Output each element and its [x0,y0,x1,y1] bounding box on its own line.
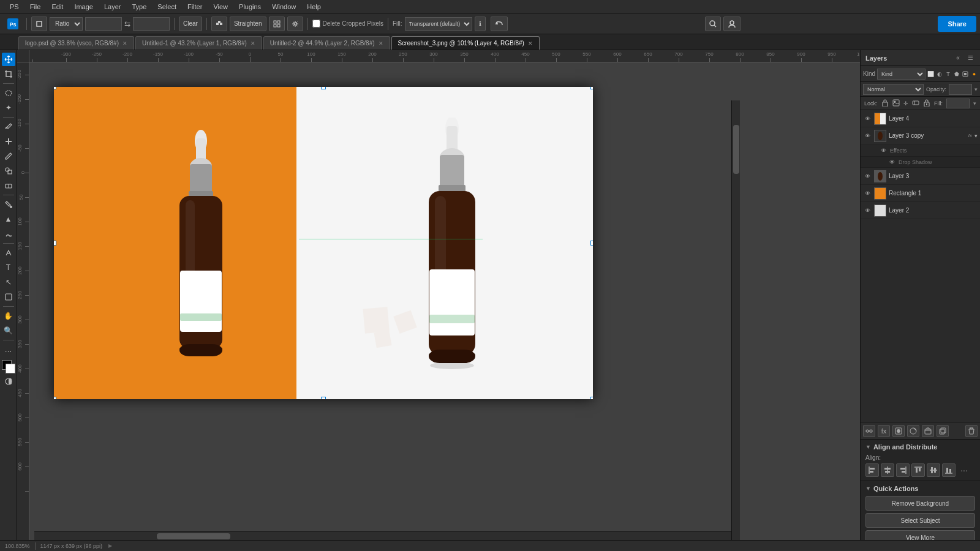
tab-untitled1[interactable]: Untitled-1 @ 43.2% (Layer 1, RGB/8#) ✕ [135,36,262,50]
layer-item-layer4[interactable]: 👁 Layer 4 [861,110,980,127]
undo-btn[interactable] [491,17,508,31]
settings-btn[interactable] [287,17,303,31]
align-left-btn[interactable] [865,463,879,477]
help-menu[interactable]: Help [302,2,326,12]
canvas-document[interactable] [54,87,593,399]
path-select-tool[interactable]: ↖ [2,276,15,289]
edit-menu[interactable]: Edit [47,2,68,12]
filter-menu[interactable]: Filter [183,2,207,12]
canvas-scrollbar-right[interactable] [731,100,740,540]
align-right-btn[interactable] [896,463,910,477]
magic-wand-tool[interactable]: ✦ [2,101,15,114]
pen-tool[interactable] [2,246,15,260]
ratio-select[interactable]: Ratio [50,17,83,31]
content-aware-btn[interactable] [211,17,227,31]
handle-tl[interactable] [54,87,56,89]
crop-tool-option[interactable] [31,17,47,31]
lock-image-icon[interactable] [892,99,900,108]
zoom-tool[interactable]: 🔍 [2,324,15,337]
opacity-input[interactable]: 10% [949,84,972,95]
lock-position-icon[interactable]: ✛ [903,100,908,107]
quick-actions-header[interactable]: ▼ Quick Actions [865,485,975,492]
handle-br[interactable] [590,397,593,399]
blend-mode-select[interactable]: Normal Dissolve Multiply Screen Overlay [863,84,924,95]
ps-menu[interactable]: PS [5,2,24,12]
fill-input[interactable]: 100% [946,99,970,108]
select-subject-btn[interactable]: Select Subject [865,513,975,528]
crop-tool[interactable] [2,67,15,81]
status-arrow[interactable]: ▶ [108,543,112,549]
clear-button[interactable]: Clear [179,17,202,31]
search-btn[interactable] [705,17,721,31]
layer-menu[interactable]: Layer [99,2,126,12]
align-vcenter-btn[interactable] [927,463,940,477]
info-btn[interactable]: ℹ [475,17,486,31]
brush-tool[interactable] [2,149,15,163]
layer-drop-shadow[interactable]: 👁 Drop Shadow [861,157,980,168]
paint-bucket-tool[interactable] [2,198,15,211]
handle-tr[interactable] [590,87,593,89]
share-button[interactable]: Share [938,16,976,32]
add-mask-btn[interactable] [892,425,905,437]
width-input[interactable] [85,17,122,31]
straighten-button[interactable]: Straighten [230,17,266,31]
opacity-chevron[interactable]: ▾ [974,86,978,92]
create-adj-btn[interactable] [907,425,919,437]
file-menu[interactable]: File [25,2,46,12]
fill-chevron[interactable]: ▾ [973,100,976,107]
dodge-tool[interactable] [2,227,15,241]
tab-screenshot3[interactable]: Screenshot_3.png @ 101% (Layer 4, RGB/8#… [391,36,540,50]
layer-item-layer3copy[interactable]: 👁 Layer 3 copy fx ▾ [861,127,980,144]
plugins-menu[interactable]: Plugins [234,2,266,12]
layer-item-layer2[interactable]: 👁 Layer 2 [861,202,980,219]
effects-vis[interactable]: 👁 [879,146,888,155]
lock-all-icon[interactable] [923,99,930,108]
layer-expand-icon[interactable]: ▾ [974,133,978,139]
quick-mask-tool[interactable] [2,375,15,388]
lock-transparent-icon[interactable] [881,99,889,108]
clone-tool[interactable] [2,164,15,178]
height-input[interactable] [133,17,170,31]
tab-untitled2[interactable]: Untitled-2 @ 44.9% (Layer 2, RGB/8#) ✕ [263,36,390,50]
align-header[interactable]: ▼ Align and Distribute [865,443,975,451]
layer-vis-layer3[interactable]: 👁 [863,172,872,181]
healing-tool[interactable] [2,135,15,148]
handle-ml[interactable] [54,241,56,246]
tab-close-untitled2[interactable]: ✕ [379,40,383,47]
move-tool[interactable] [2,53,15,66]
layer-vis-rect1[interactable]: 👁 [863,189,872,198]
add-layer-btn[interactable] [937,425,949,437]
type-menu[interactable]: Type [127,2,152,12]
remove-background-btn[interactable]: Remove Background [865,496,975,511]
image-menu[interactable]: Image [69,2,98,12]
layers-panel-menu[interactable]: ☰ [965,53,975,63]
window-menu[interactable]: Window [267,2,301,12]
add-style-btn[interactable]: fx [878,425,890,437]
layer-item-layer3[interactable]: 👁 Layer 3 [861,168,980,185]
handle-bc[interactable] [321,397,326,399]
handle-tc[interactable] [321,87,326,89]
link-layers-btn[interactable] [863,425,875,437]
eraser-tool[interactable] [2,179,15,192]
view-menu[interactable]: View [208,2,233,12]
lock-artboard-icon[interactable] [912,99,919,108]
tab-close-screenshot3[interactable]: ✕ [528,40,533,47]
layer-vis-layer4[interactable]: 👁 [863,114,872,123]
user-btn[interactable] [723,17,741,31]
delete-layer-btn[interactable] [965,425,978,437]
lasso-tool[interactable] [2,86,15,100]
canvas-area[interactable]: -300 -250 -200 -150 -100 -50 0 50 100 15… [17,50,860,551]
tab-logo[interactable]: logo.psd @ 33.8% (vsco, RGB/8#) ✕ [18,36,134,50]
canvas-scrollbar-bottom[interactable] [34,531,731,540]
layer-vis-layer3copy[interactable]: 👁 [863,132,872,140]
layer-vis-layer2[interactable]: 👁 [863,206,872,215]
blur-tool[interactable]: ▲ [2,212,15,226]
home-button[interactable]: Ps [4,17,22,31]
dropshadow-vis[interactable]: 👁 [888,158,896,167]
foreground-color[interactable] [2,360,15,373]
handle-bl[interactable] [54,397,56,399]
shape-tool[interactable] [2,290,15,304]
more-tools[interactable]: … [2,343,15,356]
hand-tool[interactable]: ✋ [2,309,15,323]
filter-kind-select[interactable]: Kind Name Effect Mode Attribute Color Sm… [877,69,925,80]
